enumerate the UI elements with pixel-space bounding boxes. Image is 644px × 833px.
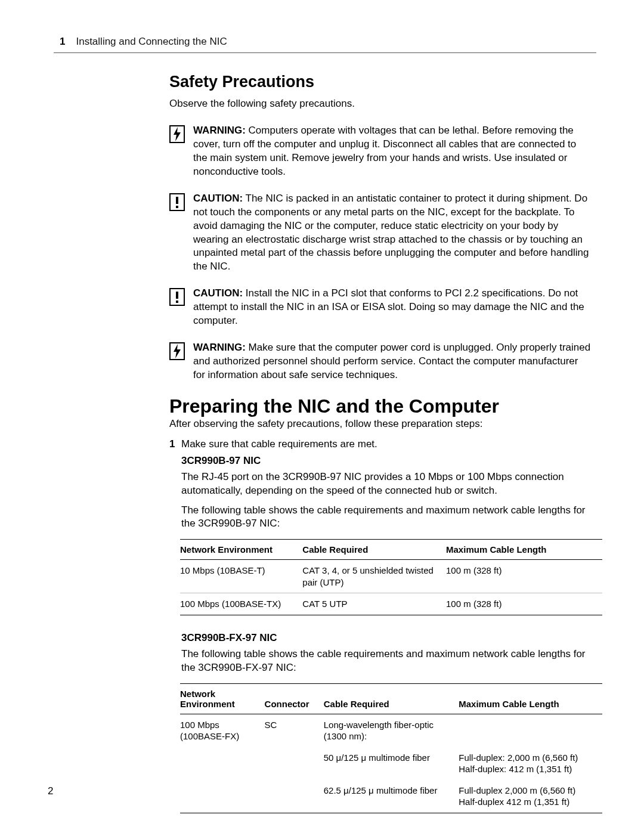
- lightning-icon: [169, 342, 185, 360]
- callout-text: Install the NIC in a PCI slot that confo…: [193, 287, 584, 326]
- th-conn: Connector: [265, 683, 324, 714]
- td-conn: SC: [265, 714, 324, 747]
- td-env: [180, 780, 265, 813]
- table-nic-b: Network Environment Connector Cable Requ…: [180, 683, 602, 813]
- table-header-row: Network Environment Connector Cable Requ…: [180, 683, 602, 714]
- preparing-intro: After observing the safety precautions, …: [169, 417, 592, 431]
- callout-caution-2: CAUTION: Install the NIC in a PCI slot t…: [169, 287, 592, 328]
- td-env: 100 Mbps (100BASE-TX): [180, 593, 302, 615]
- table-row: 100 Mbps (100BASE-FX) SC Long-wavelength…: [180, 714, 602, 747]
- nic-a-p2: The following table shows the cable requ…: [169, 504, 592, 531]
- td-env: 100 Mbps (100BASE-FX): [180, 714, 265, 747]
- td-cable: CAT 3, 4, or 5 unshielded twisted pair (…: [302, 560, 446, 593]
- page-number: 2: [48, 785, 53, 797]
- td-max: 100 m (328 ft): [446, 560, 602, 593]
- document-page: 1 Installing and Connecting the NIC Safe…: [0, 0, 644, 833]
- exclamation-icon: [169, 288, 185, 306]
- chapter-title: Installing and Connecting the NIC: [76, 36, 227, 48]
- step-1: 1 Make sure that cable requirements are …: [169, 437, 592, 451]
- td-conn: [265, 780, 324, 813]
- callout-label: CAUTION:: [193, 193, 243, 204]
- main-content: Safety Precautions Observe the following…: [169, 73, 592, 830]
- td-max: [459, 714, 602, 747]
- lightning-icon: [169, 125, 185, 143]
- td-conn: [265, 747, 324, 780]
- table-nic-a: Network Environment Cable Required Maxim…: [180, 539, 602, 615]
- table-row: 10 Mbps (10BASE-T) CAT 3, 4, or 5 unshie…: [180, 560, 602, 593]
- td-max: Full-duplex 2,000 m (6,560 ft) Half-dupl…: [459, 780, 602, 813]
- th-cable: Cable Required: [324, 683, 459, 714]
- th-cable: Cable Required: [302, 540, 446, 560]
- nic-a-heading: 3CR990B-97 NIC: [169, 455, 592, 467]
- table-header-row: Network Environment Cable Required Maxim…: [180, 540, 602, 560]
- callout-label: CAUTION:: [193, 287, 243, 299]
- callout-label: WARNING:: [193, 125, 246, 136]
- nic-a-p1: The RJ-45 port on the 3CR990B-97 NIC pro…: [169, 470, 592, 498]
- section-title-preparing: Preparing the NIC and the Computer: [169, 395, 592, 417]
- nic-b-p1: The following table shows the cable requ…: [169, 648, 592, 675]
- table-row: 62.5 μ/125 μ multimode fiber Full-duplex…: [180, 780, 602, 813]
- page-header: 1 Installing and Connecting the NIC: [60, 36, 227, 48]
- th-env: Network Environment: [180, 540, 302, 560]
- callout-text: Computers operate with voltages that can…: [193, 125, 576, 177]
- header-rule: [54, 52, 596, 53]
- th-env: Network Environment: [180, 683, 265, 714]
- callout-caution-1: CAUTION: The NIC is packed in an antista…: [169, 192, 592, 274]
- callout-warning-1: WARNING: Computers operate with voltages…: [169, 124, 592, 179]
- td-max: Full-duplex: 2,000 m (6,560 ft) Half-dup…: [459, 747, 602, 780]
- td-cable: 62.5 μ/125 μ multimode fiber: [324, 780, 459, 813]
- callout-text: The NIC is packed in an antistatic conta…: [193, 193, 589, 272]
- td-env: [180, 747, 265, 780]
- th-max: Maximum Cable Length: [446, 540, 602, 560]
- section-title-safety: Safety Precautions: [169, 73, 592, 91]
- exclamation-icon: [169, 193, 185, 211]
- callout-label: WARNING:: [193, 342, 246, 353]
- td-env: 10 Mbps (10BASE-T): [180, 560, 302, 593]
- safety-intro: Observe the following safety precautions…: [169, 97, 592, 111]
- table-row: 100 Mbps (100BASE-TX) CAT 5 UTP 100 m (3…: [180, 593, 602, 615]
- nic-b-heading: 3CR990B-FX-97 NIC: [169, 632, 592, 644]
- td-cable: CAT 5 UTP: [302, 593, 446, 615]
- td-cable: 50 μ/125 μ multimode fiber: [324, 747, 459, 780]
- td-cable: Long-wavelength fiber-optic (1300 nm):: [324, 714, 459, 747]
- step-number: 1: [169, 437, 175, 451]
- preparation-steps: 1 Make sure that cable requirements are …: [169, 437, 592, 451]
- th-max: Maximum Cable Length: [459, 683, 602, 714]
- chapter-number: 1: [60, 36, 65, 48]
- step-text: Make sure that cable requirements are me…: [181, 438, 377, 450]
- callout-warning-2: WARNING: Make sure that the computer pow…: [169, 341, 592, 382]
- callout-text: Make sure that the computer power cord i…: [193, 342, 590, 380]
- table-row: 50 μ/125 μ multimode fiber Full-duplex: …: [180, 747, 602, 780]
- td-max: 100 m (328 ft): [446, 593, 602, 615]
